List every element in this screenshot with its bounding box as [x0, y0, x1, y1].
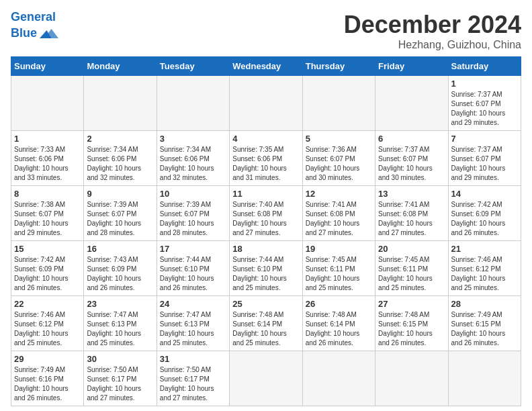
calendar-cell: 17 Sunrise: 7:44 AM Sunset: 6:10 PM Dayl…: [157, 241, 229, 296]
day-header-sunday: Sunday: [11, 57, 84, 76]
day-number: 1: [14, 134, 81, 144]
day-number: 10: [160, 189, 226, 199]
calendar-cell: [375, 76, 448, 131]
logo: General Blue: [11, 11, 58, 43]
day-info: Sunrise: 7:44 AM Sunset: 6:10 PM Dayligh…: [160, 255, 226, 293]
calendar-cell: 11 Sunrise: 7:40 AM Sunset: 6:08 PM Dayl…: [230, 186, 302, 241]
day-header-monday: Monday: [84, 57, 157, 76]
logo-text: General: [11, 11, 58, 24]
day-info: Sunrise: 7:39 AM Sunset: 6:07 PM Dayligh…: [87, 200, 153, 238]
calendar-cell: 14 Sunrise: 7:42 AM Sunset: 6:09 PM Dayl…: [448, 186, 521, 241]
day-number: 11: [232, 189, 299, 199]
day-info: Sunrise: 7:35 AM Sunset: 6:06 PM Dayligh…: [232, 145, 299, 183]
calendar-cell: 7 Sunrise: 7:37 AM Sunset: 6:07 PM Dayli…: [448, 131, 521, 186]
day-number: 20: [378, 244, 445, 254]
day-info: Sunrise: 7:47 AM Sunset: 6:13 PM Dayligh…: [87, 310, 153, 348]
day-info: Sunrise: 7:48 AM Sunset: 6:14 PM Dayligh…: [232, 310, 299, 348]
day-number: 6: [378, 134, 445, 144]
day-number: 19: [306, 244, 372, 254]
calendar-cell: 8 Sunrise: 7:38 AM Sunset: 6:07 PM Dayli…: [11, 186, 84, 241]
day-number: 31: [160, 354, 226, 364]
calendar-cell: 12 Sunrise: 7:41 AM Sunset: 6:08 PM Dayl…: [302, 186, 375, 241]
month-title: December 2024: [344, 11, 521, 39]
calendar-cell: 31 Sunrise: 7:50 AM Sunset: 6:17 PM Dayl…: [157, 351, 229, 406]
day-number: 13: [378, 189, 445, 199]
day-number: 4: [232, 134, 299, 144]
day-info: Sunrise: 7:48 AM Sunset: 6:14 PM Dayligh…: [306, 310, 372, 348]
day-info: Sunrise: 7:41 AM Sunset: 6:08 PM Dayligh…: [378, 200, 445, 238]
day-number: 7: [451, 134, 518, 144]
day-info: Sunrise: 7:37 AM Sunset: 6:07 PM Dayligh…: [378, 145, 445, 183]
week-row-2: 8 Sunrise: 7:38 AM Sunset: 6:07 PM Dayli…: [11, 186, 521, 241]
calendar-cell: 30 Sunrise: 7:50 AM Sunset: 6:17 PM Dayl…: [84, 351, 157, 406]
day-number: 26: [306, 299, 372, 309]
day-info: Sunrise: 7:50 AM Sunset: 6:17 PM Dayligh…: [87, 365, 153, 403]
calendar-cell: 28 Sunrise: 7:49 AM Sunset: 6:15 PM Dayl…: [448, 296, 521, 351]
day-number: 5: [306, 134, 372, 144]
day-number: 15: [14, 244, 81, 254]
day-info: Sunrise: 7:34 AM Sunset: 6:06 PM Dayligh…: [87, 145, 153, 183]
day-number: 14: [451, 189, 518, 199]
calendar-cell: [375, 351, 448, 406]
calendar-cell: [302, 76, 375, 131]
day-header-saturday: Saturday: [448, 57, 521, 76]
day-header-friday: Friday: [375, 57, 448, 76]
calendar-cell: 4 Sunrise: 7:35 AM Sunset: 6:06 PM Dayli…: [230, 131, 302, 186]
day-number: 21: [451, 244, 518, 254]
day-info: Sunrise: 7:43 AM Sunset: 6:09 PM Dayligh…: [87, 255, 153, 293]
page-header: General Blue December 2024 Hezhang, Guiz…: [11, 11, 521, 51]
calendar-cell: 25 Sunrise: 7:48 AM Sunset: 6:14 PM Dayl…: [230, 296, 302, 351]
day-number: 29: [14, 354, 81, 364]
day-number: 24: [160, 299, 226, 309]
day-info: Sunrise: 7:45 AM Sunset: 6:11 PM Dayligh…: [306, 255, 372, 293]
calendar-cell: 1 Sunrise: 7:37 AM Sunset: 6:07 PM Dayli…: [448, 76, 521, 131]
calendar-cell: 22 Sunrise: 7:46 AM Sunset: 6:12 PM Dayl…: [11, 296, 84, 351]
calendar-cell: 26 Sunrise: 7:48 AM Sunset: 6:14 PM Dayl…: [302, 296, 375, 351]
day-number: 27: [378, 299, 445, 309]
calendar-table: SundayMondayTuesdayWednesdayThursdayFrid…: [11, 56, 521, 406]
day-number: 18: [232, 244, 299, 254]
day-number: 17: [160, 244, 226, 254]
day-header-thursday: Thursday: [302, 57, 375, 76]
calendar-cell: 23 Sunrise: 7:47 AM Sunset: 6:13 PM Dayl…: [84, 296, 157, 351]
day-info: Sunrise: 7:40 AM Sunset: 6:08 PM Dayligh…: [232, 200, 299, 238]
day-number: 30: [87, 354, 153, 364]
day-info: Sunrise: 7:47 AM Sunset: 6:13 PM Dayligh…: [160, 310, 226, 348]
day-number: 8: [14, 189, 81, 199]
calendar-cell: 29 Sunrise: 7:49 AM Sunset: 6:16 PM Dayl…: [11, 351, 84, 406]
day-info: Sunrise: 7:36 AM Sunset: 6:07 PM Dayligh…: [306, 145, 372, 183]
calendar-cell: 6 Sunrise: 7:37 AM Sunset: 6:07 PM Dayli…: [375, 131, 448, 186]
day-info: Sunrise: 7:33 AM Sunset: 6:06 PM Dayligh…: [14, 145, 81, 183]
logo-text2: Blue: [11, 27, 37, 40]
day-info: Sunrise: 7:45 AM Sunset: 6:11 PM Dayligh…: [378, 255, 445, 293]
calendar-cell: [230, 76, 302, 131]
day-number: 28: [451, 299, 518, 309]
calendar-body: 1 Sunrise: 7:37 AM Sunset: 6:07 PM Dayli…: [11, 76, 521, 406]
day-number: 16: [87, 244, 153, 254]
day-info: Sunrise: 7:46 AM Sunset: 6:12 PM Dayligh…: [451, 255, 518, 293]
day-info: Sunrise: 7:38 AM Sunset: 6:07 PM Dayligh…: [14, 200, 81, 238]
calendar-cell: [11, 76, 84, 131]
calendar-cell: 27 Sunrise: 7:48 AM Sunset: 6:15 PM Dayl…: [375, 296, 448, 351]
day-number: 3: [160, 134, 226, 144]
week-row-1: 1 Sunrise: 7:33 AM Sunset: 6:06 PM Dayli…: [11, 131, 521, 186]
day-number: 9: [87, 189, 153, 199]
calendar-cell: 9 Sunrise: 7:39 AM Sunset: 6:07 PM Dayli…: [84, 186, 157, 241]
calendar-cell: 15 Sunrise: 7:42 AM Sunset: 6:09 PM Dayl…: [11, 241, 84, 296]
day-number: 2: [87, 134, 153, 144]
day-info: Sunrise: 7:37 AM Sunset: 6:07 PM Dayligh…: [451, 145, 518, 183]
calendar-cell: [84, 76, 157, 131]
day-info: Sunrise: 7:41 AM Sunset: 6:08 PM Dayligh…: [306, 200, 372, 238]
calendar-cell: 13 Sunrise: 7:41 AM Sunset: 6:08 PM Dayl…: [375, 186, 448, 241]
calendar-cell: 21 Sunrise: 7:46 AM Sunset: 6:12 PM Dayl…: [448, 241, 521, 296]
day-info: Sunrise: 7:48 AM Sunset: 6:15 PM Dayligh…: [378, 310, 445, 348]
calendar-cell: [230, 351, 302, 406]
day-number: 25: [232, 299, 299, 309]
calendar-cell: [302, 351, 375, 406]
day-info: Sunrise: 7:44 AM Sunset: 6:10 PM Dayligh…: [232, 255, 299, 293]
day-number: 1: [451, 79, 518, 89]
day-info: Sunrise: 7:34 AM Sunset: 6:06 PM Dayligh…: [160, 145, 226, 183]
location: Hezhang, Guizhou, China: [344, 39, 521, 51]
calendar-cell: 2 Sunrise: 7:34 AM Sunset: 6:06 PM Dayli…: [84, 131, 157, 186]
calendar-cell: 18 Sunrise: 7:44 AM Sunset: 6:10 PM Dayl…: [230, 241, 302, 296]
